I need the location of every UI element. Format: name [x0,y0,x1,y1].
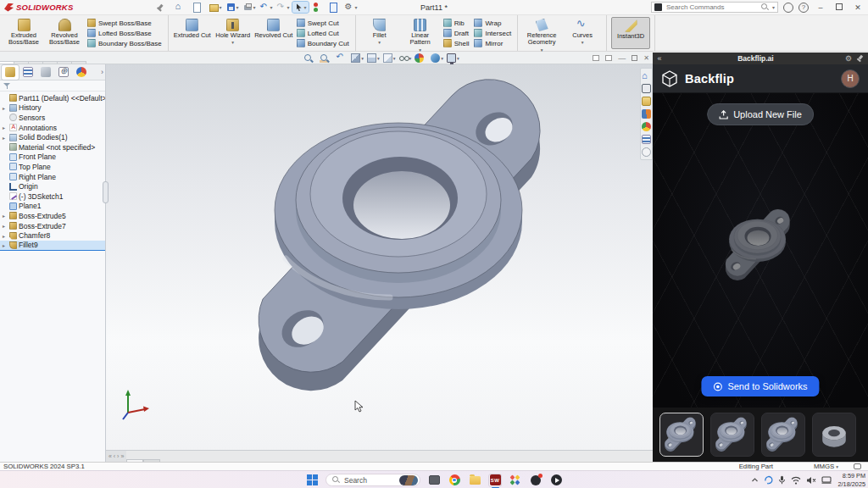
swept-cut-button[interactable]: Swept Cut [297,19,349,27]
chevron-down-icon[interactable]: ▾ [378,40,381,45]
thumbnail-flange-view-2[interactable] [710,413,754,457]
panel-splitter-handle[interactable] [103,181,108,203]
pin-menu-icon[interactable] [156,3,164,12]
quick-access-button[interactable]: ▾ [275,2,292,13]
tab-displaymanager[interactable] [73,65,90,80]
filter-icon[interactable] [3,82,11,90]
quick-access-button[interactable]: ▾ [173,2,189,13]
chevron-down-icon[interactable]: ▾ [219,4,221,10]
notifications-icon[interactable] [854,463,861,469]
tab-configurationmanager[interactable] [37,65,54,80]
wifi-icon[interactable] [791,476,801,485]
chevron-down-icon[interactable]: ▾ [393,56,396,61]
quick-access-button[interactable]: ▾ [343,2,359,13]
taskbar-designer[interactable] [509,474,522,487]
instant3d-button[interactable]: Instant3D [611,17,650,49]
search-commands-box[interactable]: ▾ [651,2,778,13]
menu-item[interactable] [92,6,103,9]
revolved-boss-button[interactable]: Revolved Boss/Base [45,17,84,49]
menu-item[interactable] [103,6,115,9]
boundary-boss-button[interactable]: Boundary Boss/Base [87,39,162,47]
task-pane-tab[interactable] [641,121,652,132]
draft-button[interactable]: Draft [443,29,470,37]
viewport-tool-button[interactable]: ▾ [447,53,459,63]
reference-geometry-button[interactable]: Reference Geometry ▾ [522,17,561,49]
taskbar-solidworks[interactable]: SW [488,474,502,487]
viewport-tool-button[interactable]: ▾ [383,53,396,63]
expand-arrow-icon[interactable]: ▸ [3,135,8,141]
windows-start-button[interactable] [305,474,319,487]
microphone-icon[interactable] [778,475,786,485]
menu-item[interactable] [80,6,92,9]
expand-arrow-icon[interactable]: ▸ [3,233,8,239]
chevron-down-icon[interactable]: ▾ [581,40,584,45]
upload-new-file-button[interactable]: Upload New File [707,103,814,125]
help-icon[interactable]: ? [798,3,809,13]
menu-item[interactable] [127,6,139,9]
search-icon[interactable] [761,3,769,11]
quick-access-button[interactable]: ▾ [326,2,342,13]
hole-wizard-button[interactable]: Hole Wizard ▾ [214,17,253,49]
tree-item[interactable]: ▸ Origin [0,181,105,191]
tree-item[interactable]: ▸ Front Plane [0,152,105,163]
viewport-tool-button[interactable]: ▾ [320,53,332,63]
search-scope-icon[interactable] [654,3,662,11]
sync-icon[interactable] [764,475,773,485]
backflip-3d-canvas[interactable]: Upload New File Send to Solidworks [653,93,868,408]
taskbar-chrome[interactable] [448,474,461,487]
task-pane-tab[interactable] [641,108,652,119]
tree-item[interactable]: ▸ Part11 (Default) <<Default>_Display S [0,93,105,103]
tree-item[interactable]: ▸ Top Plane [0,162,105,172]
minimize-button[interactable]: – [814,0,827,15]
quick-access-button[interactable]: ▾ [207,2,223,13]
send-to-solidworks-button[interactable]: Send to Solidworks [701,376,819,396]
chevron-down-icon[interactable]: ▾ [287,4,290,10]
quick-access-button[interactable]: ▾ [190,2,206,13]
chevron-down-icon[interactable]: ▾ [377,56,380,61]
menu-item[interactable] [139,6,151,9]
quick-access-button[interactable]: ▾ [225,2,241,13]
restore-button[interactable] [832,0,846,15]
linear-pattern-button[interactable]: Linear Pattern ▾ [401,17,440,49]
study-nav-buttons[interactable]: « ‹ › » [106,451,126,462]
revolved-cut-button[interactable]: Revolved Cut [254,17,293,49]
viewport-tool-button[interactable]: ▾ [351,53,364,63]
taskbar-notifications-app[interactable] [529,474,542,487]
task-pane-tab[interactable] [641,96,652,107]
chevron-down-icon[interactable]: ▾ [253,4,256,10]
chevron-right-icon[interactable]: › [101,68,103,76]
chevron-down-icon[interactable]: ▾ [304,4,307,10]
backflip-model-preview[interactable] [720,208,801,282]
chevron-down-icon[interactable]: ▾ [236,4,239,10]
quick-access-button[interactable]: ▾ [259,2,275,13]
viewport-tool-button[interactable]: ▾ [336,53,348,63]
quick-access-button[interactable]: ▾ [292,2,309,13]
tree-item[interactable]: ▸ Plane1 [0,202,105,212]
lofted-cut-button[interactable]: Lofted Cut [297,29,349,37]
mirror-button[interactable]: Mirror [474,39,511,47]
viewport-tool-button[interactable]: ▾ [415,53,427,63]
viewport-tool-button[interactable]: ▾ [303,53,316,63]
units-selector[interactable]: MMGS [814,463,834,470]
chevron-down-icon[interactable]: ▾ [231,40,234,45]
thumbnail-flange-view-1[interactable] [659,413,704,457]
quick-access-button[interactable]: ▾ [242,2,258,13]
chevron-down-icon[interactable]: ▾ [361,56,364,61]
expand-arrow-icon[interactable]: ▸ [3,242,8,248]
tree-item[interactable]: ▸ (-) 3DSketch1 [0,191,105,202]
tile-window-icon[interactable] [605,55,612,61]
task-pane-tab[interactable] [641,83,652,94]
swept-boss-button[interactable]: Swept Boss/Base [87,19,162,27]
rib-button[interactable]: Rib [443,19,470,27]
viewport-tool-button[interactable]: ▾ [431,53,443,63]
tab-dimxpertmanager[interactable] [55,65,72,80]
battery-icon[interactable] [821,476,832,484]
shell-button[interactable]: Shell [443,39,470,47]
extruded-cut-button[interactable]: Extruded Cut [173,17,212,49]
tree-item[interactable]: ▸ Boss-Extrude5 [0,211,105,221]
graphics-viewport[interactable]: « ‹ › » [106,64,653,462]
chevron-up-icon[interactable] [751,476,759,484]
quick-access-button[interactable]: ▾ [309,2,326,13]
tree-item[interactable]: ▸ Annotations [0,123,105,133]
tree-item[interactable]: ▸ Material <not specified> [0,142,105,152]
